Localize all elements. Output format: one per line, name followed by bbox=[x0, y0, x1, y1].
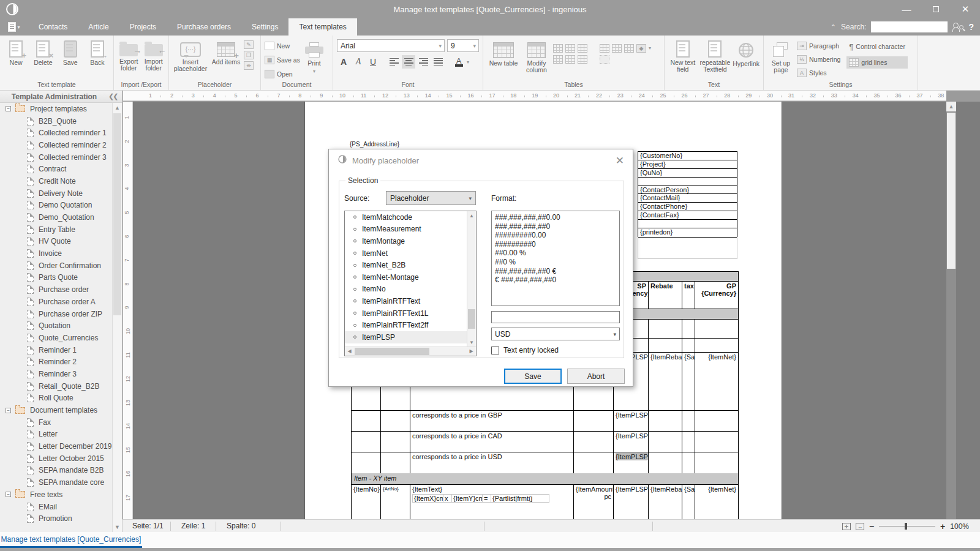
tree-expander-icon[interactable]: − bbox=[6, 408, 11, 413]
contact-search-icon[interactable] bbox=[952, 22, 963, 32]
info-table-row[interactable]: {Project} bbox=[638, 160, 737, 169]
custom-format-input[interactable] bbox=[491, 311, 620, 323]
tree-item-purchase-order-zip[interactable]: Purchase order ZIP bbox=[0, 308, 113, 320]
italic-button[interactable]: A bbox=[352, 55, 365, 69]
control-character-button[interactable]: ¶Control character bbox=[846, 40, 908, 53]
info-table-row[interactable]: {ContactPerson} bbox=[638, 186, 737, 195]
merge-cells-icon[interactable] bbox=[578, 55, 587, 64]
scroll-right-icon[interactable]: ▶ bbox=[467, 347, 476, 356]
edit-placeholder-icon[interactable]: ✎ bbox=[244, 40, 254, 49]
help-icon[interactable]: ? bbox=[968, 22, 974, 32]
font-color-button[interactable]: A bbox=[452, 55, 466, 69]
split-row-icon[interactable]: ⇹ bbox=[244, 61, 254, 70]
zoom-slider[interactable] bbox=[879, 526, 935, 527]
column-width-icon[interactable] bbox=[624, 44, 634, 53]
font-family-select[interactable]: Arial▾ bbox=[337, 39, 445, 52]
insert-row-above-icon[interactable] bbox=[553, 55, 563, 64]
tree-item-delivery-note[interactable]: Delivery Note bbox=[0, 187, 113, 200]
bold-button[interactable]: A bbox=[337, 55, 350, 69]
tree-item-collected-reminder-2[interactable]: Collected reminder 2 bbox=[0, 139, 113, 151]
format-option[interactable]: ##0 % bbox=[495, 258, 616, 267]
insert-column-left-icon[interactable] bbox=[553, 44, 563, 53]
tree-item-letter-october-2015[interactable]: Letter October 2015 bbox=[0, 452, 113, 465]
align-center-button[interactable] bbox=[402, 55, 415, 69]
format-option[interactable]: #########0 bbox=[495, 240, 616, 249]
listbox-horizontal-scrollbar[interactable]: ◀ ▶ bbox=[345, 347, 476, 356]
info-table-row[interactable]: {ContactPhone} bbox=[638, 203, 737, 211]
font-size-select[interactable]: 9▾ bbox=[447, 39, 479, 52]
tree-item-sepa-mandate-core[interactable]: SEPA mandate core bbox=[0, 476, 113, 489]
tree-item-invoice[interactable]: Invoice bbox=[0, 247, 113, 260]
tree-item-contract[interactable]: Contract bbox=[0, 163, 113, 175]
listbox-vertical-scrollbar[interactable]: ▲ ▼ bbox=[467, 211, 476, 347]
cell-border-icon[interactable] bbox=[600, 55, 609, 64]
tree-item-collected-reminder-1[interactable]: Collected reminder 1 bbox=[0, 127, 113, 139]
scrollbar-thumb[interactable] bbox=[355, 348, 429, 355]
styles-button[interactable]: AStyles bbox=[797, 67, 840, 78]
scrollbar-thumb[interactable] bbox=[113, 113, 121, 315]
format-option[interactable]: ##0.00 % bbox=[495, 249, 616, 258]
currency-row[interactable]: corresponds to a price in GBP{ItemPLSP|G… bbox=[352, 411, 738, 432]
duplicate-icon[interactable]: ❐ bbox=[244, 51, 254, 59]
maximize-button[interactable] bbox=[921, 0, 951, 18]
tree-item-entry-table[interactable]: Entry Table bbox=[0, 223, 113, 236]
list-item-itemno[interactable]: ItemNo bbox=[345, 283, 476, 296]
text-entry-locked-checkbox[interactable]: Text entry locked bbox=[491, 346, 559, 354]
justify-button[interactable] bbox=[431, 55, 445, 69]
scroll-up-icon[interactable]: ▲ bbox=[946, 102, 956, 111]
tree-item-b2b-quote[interactable]: B2B_Quote bbox=[0, 115, 113, 127]
tree-item-reminder-3[interactable]: Reminder 3 bbox=[0, 368, 113, 380]
tree-item-retail-quote-b2b[interactable]: Retail_Quote_B2B bbox=[0, 380, 113, 392]
tree-item-sepa-mandate-b2b[interactable]: SEPA mandate B2B bbox=[0, 465, 113, 477]
tree-expander-icon[interactable]: − bbox=[6, 106, 11, 111]
print-button[interactable]: Print ▾ bbox=[303, 39, 326, 74]
tree-item-hv-quote[interactable]: HV Quote bbox=[0, 236, 113, 248]
move-column-icon[interactable] bbox=[578, 44, 587, 53]
document-open-button[interactable]: Open bbox=[265, 69, 300, 80]
scrollbar-thumb[interactable] bbox=[468, 309, 475, 329]
scroll-up-icon[interactable]: ▲ bbox=[467, 211, 476, 220]
grid-lines-button[interactable]: grid lines bbox=[846, 56, 908, 69]
import-folder-button[interactable]: ←Import folder bbox=[143, 39, 165, 72]
scroll-up-icon[interactable]: ▲ bbox=[113, 103, 122, 113]
dialog-close-icon[interactable]: ✕ bbox=[616, 156, 624, 166]
back-button[interactable]: →Back bbox=[85, 39, 110, 66]
tree-folder-free-texts[interactable]: −Free texts bbox=[0, 489, 113, 501]
minimize-button[interactable]: — bbox=[892, 0, 921, 18]
selected-placeholder-value[interactable]: {ItemPLSP|USD} bbox=[616, 453, 649, 460]
tree-item-fax[interactable]: Fax bbox=[0, 416, 113, 429]
info-table-row[interactable]: {ContactMail} bbox=[638, 194, 737, 203]
list-item-itemmatchcode[interactable]: ItemMatchcode bbox=[345, 211, 476, 223]
tab-text-templates[interactable]: Text templates bbox=[288, 18, 356, 36]
tree-item-order-confirmation[interactable]: Order Confirmation bbox=[0, 260, 113, 272]
list-item-itemnet[interactable]: ItemNet bbox=[345, 247, 476, 260]
scroll-down-icon[interactable]: ▼ bbox=[467, 338, 476, 347]
tree-item-parts-quote[interactable]: Parts Quote bbox=[0, 272, 113, 284]
list-item-itemplainrtftext1l[interactable]: ItemPlainRTFText1L bbox=[345, 307, 476, 320]
export-folder-button[interactable]: →Export folder bbox=[118, 39, 140, 72]
zoom-in-button[interactable]: + bbox=[940, 522, 945, 531]
abort-button[interactable]: Abort bbox=[567, 369, 625, 384]
align-right-button[interactable] bbox=[417, 55, 430, 69]
tree-item-email[interactable]: EMail bbox=[0, 501, 113, 513]
new-text-field-button[interactable]: New text field bbox=[668, 39, 698, 73]
info-table-row[interactable]: {CustomerNo} bbox=[638, 152, 737, 160]
currency-row[interactable]: corresponds to a price in CAD{ItemPLSP|C… bbox=[352, 432, 738, 452]
info-table-row[interactable]: {QuNo} bbox=[638, 169, 737, 178]
tree-item-quote-currencies[interactable]: Quote_Currencies bbox=[0, 332, 113, 344]
tree-item-promotion[interactable]: Promotion bbox=[0, 512, 113, 525]
tree-item-roll-quote[interactable]: Roll Quote bbox=[0, 392, 113, 405]
item-row[interactable]: {ItemNo} {ArtNo} {ItemText} {ItemX}cmx{I… bbox=[352, 485, 738, 519]
tree-item-purchase-order-a[interactable]: Purchase order A bbox=[0, 296, 113, 308]
tree-item-collected-reminder-3[interactable]: Collected reminder 3 bbox=[0, 151, 113, 163]
format-option[interactable]: #########0.00 bbox=[495, 231, 616, 240]
chevron-down-icon[interactable]: ▾ bbox=[649, 44, 651, 53]
fill-color-icon[interactable]: ◆ bbox=[636, 44, 646, 53]
tree-folder-document-templates[interactable]: −Document templates bbox=[0, 404, 113, 416]
fit-width-icon[interactable]: ↔ bbox=[856, 523, 864, 530]
placeholder-value[interactable]: {ItemPLSP|CAD} bbox=[616, 432, 649, 440]
tree-folder-project-templates[interactable]: −Project templates bbox=[0, 103, 113, 115]
file-menu-button[interactable]: ▾ bbox=[0, 18, 28, 36]
format-option[interactable]: ###,###,###,##0 € bbox=[495, 267, 616, 276]
numbering-button[interactable]: ⅓Numbering bbox=[797, 54, 840, 65]
